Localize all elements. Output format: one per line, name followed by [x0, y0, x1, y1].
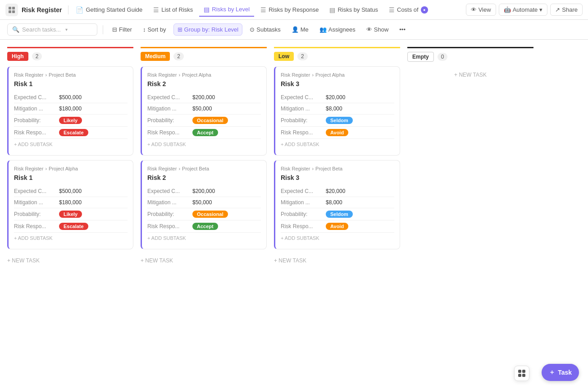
tab-risks-by-level[interactable]: ▤ Risks by Level — [199, 3, 254, 17]
card-path: Risk Register›Project Alpha — [147, 72, 261, 78]
nav-right: 👁 View 🤖 Automate ▾ ↗ Share — [466, 4, 583, 16]
field-value: $500,000 — [59, 188, 82, 194]
card-low-1: Risk Register›Project BetaRisk 3Expected… — [274, 160, 400, 249]
me-button[interactable]: 👤 Me — [288, 24, 312, 35]
card-field: Expected C...$200,000 — [147, 92, 261, 103]
field-label: Probability: — [14, 211, 59, 217]
badge-accept: Accept — [192, 129, 218, 136]
card-path: Risk Register›Project Beta — [281, 166, 394, 171]
tab-risks-by-response[interactable]: ☰ Risks by Response — [256, 4, 323, 16]
field-label: Mitigation ... — [147, 199, 192, 206]
new-task-high[interactable]: + NEW TASK — [7, 254, 133, 267]
add-subtask-button[interactable]: + ADD SUBTASK — [14, 139, 128, 150]
level-badge-medium: Medium — [141, 52, 170, 61]
card-field: Mitigation ...$180,000 — [14, 197, 128, 208]
eye-icon: 👁 — [471, 6, 477, 13]
add-subtask-button[interactable]: + ADD SUBTASK — [147, 233, 261, 243]
field-label: Mitigation ... — [14, 199, 59, 206]
field-label: Probability: — [281, 117, 326, 124]
list2-icon: ☰ — [260, 6, 266, 14]
search-chevron-icon: ▾ — [65, 27, 68, 32]
add-subtask-button[interactable]: + ADD SUBTASK — [14, 233, 128, 243]
add-subtask-button[interactable]: + ADD SUBTASK — [147, 139, 261, 150]
card-title[interactable]: Risk 3 — [281, 80, 394, 87]
badge-occasional: Occasional — [192, 117, 228, 124]
card-path-parent: Risk Register — [147, 72, 177, 78]
field-value: $20,000 — [326, 94, 345, 101]
card-high-0: Risk Register›Project BetaRisk 1Expected… — [7, 66, 133, 156]
tab-list-of-risks[interactable]: ☰ List of Risks — [149, 4, 197, 16]
card-title[interactable]: Risk 1 — [14, 80, 128, 87]
badge-escalate: Escalate — [59, 129, 88, 136]
automate-button[interactable]: 🤖 Automate ▾ — [499, 4, 548, 16]
add-subtask-button[interactable]: + ADD SUBTASK — [281, 233, 394, 243]
share-icon: ↗ — [555, 6, 560, 13]
share-label: Share — [562, 6, 578, 13]
show-button[interactable]: 👁 Show — [363, 24, 392, 35]
badge-escalate: Escalate — [59, 223, 88, 230]
subtasks-button[interactable]: ⊙ Subtasks — [246, 24, 284, 35]
sort-icon: ↕ — [143, 26, 146, 33]
nav-separator — [68, 5, 68, 14]
filter-icon: ⊟ — [112, 26, 117, 33]
field-label: Mitigation ... — [14, 106, 59, 112]
card-path-child: Project Alpha — [49, 166, 78, 171]
field-label: Risk Respo... — [281, 223, 326, 229]
top-nav: Risk Register 📄 Getting Started Guide ☰ … — [0, 0, 588, 20]
card-field: Expected C...$500,000 — [14, 92, 128, 103]
new-task-fab[interactable]: ＋ Task — [542, 364, 579, 381]
assignees-button[interactable]: 👥 Assignees — [316, 24, 359, 35]
card-field: Probability:Seldom — [281, 115, 394, 127]
new-task-medium[interactable]: + NEW TASK — [141, 254, 267, 267]
badge-likely: Likely — [59, 117, 82, 124]
group-by-button[interactable]: ⊞ Group by: Risk Level — [173, 23, 243, 36]
field-label: Mitigation ... — [281, 199, 326, 206]
search-icon: 🔍 — [12, 26, 19, 33]
card-title[interactable]: Risk 3 — [281, 174, 394, 181]
new-task-empty[interactable]: + NEW TASK — [407, 67, 533, 83]
toolbar: 🔍 Search tasks... ▾ ⊟ Filter ↕ Sort by ⊞… — [0, 20, 588, 40]
card-title[interactable]: Risk 2 — [147, 174, 261, 181]
card-path-parent: Risk Register — [14, 166, 43, 171]
badge-occasional: Occasional — [192, 211, 228, 218]
card-field: Expected C...$500,000 — [14, 186, 128, 197]
view-button[interactable]: 👁 View — [466, 4, 496, 16]
search-box[interactable]: 🔍 Search tasks... ▾ — [7, 23, 97, 36]
more-options-button[interactable]: ••• — [396, 24, 409, 35]
field-label: Mitigation ... — [147, 106, 192, 112]
assignees-icon: 👥 — [319, 26, 327, 33]
grid-view-button[interactable] — [514, 366, 529, 381]
card-path-parent: Risk Register — [281, 72, 310, 78]
arrow-icon: › — [178, 166, 180, 171]
tab-risks-by-status[interactable]: ▤ Risks by Status — [325, 4, 383, 16]
card-field: Mitigation ...$50,000 — [147, 103, 261, 115]
toolbar-separator-1 — [103, 25, 103, 34]
new-task-low[interactable]: + NEW TASK — [274, 254, 400, 267]
field-label: Probability: — [147, 117, 192, 124]
col-header-low: Low2 — [274, 47, 400, 61]
badge-avoid: Avoid — [326, 223, 348, 230]
field-label: Expected C... — [281, 188, 326, 194]
card-path-child: Project Beta — [315, 166, 342, 171]
filter-button[interactable]: ⊟ Filter — [109, 24, 136, 35]
field-value: $8,000 — [326, 106, 342, 112]
field-label: Probability: — [147, 211, 192, 217]
col-header-medium: Medium2 — [141, 47, 267, 61]
tab-risks-by-status-label: Risks by Status — [337, 6, 378, 13]
tab-costs-of[interactable]: ☰ Costs of ● — [384, 4, 433, 16]
card-path-child: Project Beta — [182, 166, 209, 171]
field-label: Expected C... — [147, 188, 192, 194]
card-title[interactable]: Risk 2 — [147, 80, 261, 87]
tab-getting-started[interactable]: 📄 Getting Started Guide — [71, 4, 147, 16]
field-label: Risk Respo... — [281, 129, 326, 136]
card-field: Probability:Occasional — [147, 208, 261, 220]
card-title[interactable]: Risk 1 — [14, 174, 128, 181]
show-icon: 👁 — [366, 26, 372, 33]
costs-badge: ● — [421, 6, 428, 14]
add-subtask-button[interactable]: + ADD SUBTASK — [281, 139, 394, 150]
sort-button[interactable]: ↕ Sort by — [139, 24, 170, 35]
svg-rect-2 — [9, 10, 11, 13]
share-button[interactable]: ↗ Share — [550, 4, 583, 16]
field-label: Expected C... — [147, 94, 192, 101]
automate-label: Automate — [513, 6, 538, 13]
